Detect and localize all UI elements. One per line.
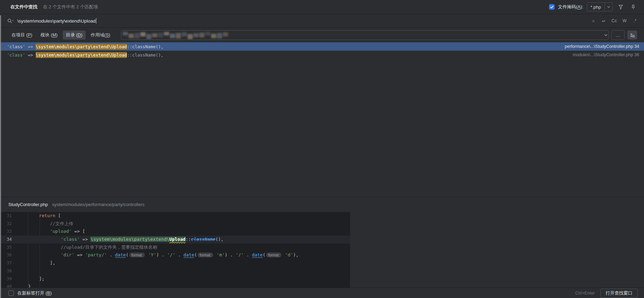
dialog-title: 在文件中查找 — [10, 4, 37, 10]
open-in-new-tab-checkbox[interactable] — [8, 290, 14, 296]
match-count-summary: 在 2 个文件中有 2 个匹配项 — [43, 4, 98, 10]
search-results-list: 'class' => \system\modules\party\extend\… — [0, 42, 644, 59]
line-number: 39 — [0, 275, 16, 283]
code-line[interactable]: 38 — [0, 267, 644, 275]
code-lines: 31 return [32 //文件上传33 'upload' => [34 '… — [0, 212, 644, 288]
code-line[interactable]: 31 return [ — [0, 212, 644, 220]
clear-search-icon[interactable]: × — [591, 18, 596, 24]
background-window-edge — [0, 15, 1, 298]
directory-path-combobox[interactable] — [121, 30, 609, 40]
code-line[interactable]: 40 } — [0, 283, 644, 288]
search-icon[interactable] — [7, 18, 14, 24]
code-line[interactable]: 34 'class' => \system\modules\party\exte… — [0, 236, 350, 244]
file-mask-select[interactable]: *.php — [587, 2, 613, 11]
dialog-footer: 在新标签打开 (B) Ctrl+Enter 打开查找窗口 — [0, 288, 644, 298]
scope-row: 在项目 (P)模块 (M)目录 (D)作用域(S) ... — [0, 28, 644, 42]
file-mask-value: *.php — [587, 5, 604, 10]
line-number: 34 — [0, 236, 16, 244]
preview-filename: StudyController.php — [8, 202, 48, 207]
line-number: 31 — [0, 212, 16, 220]
directory-structure-icon — [630, 33, 635, 38]
line-number: 33 — [0, 228, 16, 236]
code-line[interactable]: 39 ]; — [0, 275, 644, 283]
line-number: 35 — [0, 244, 16, 252]
file-mask-checkbox[interactable] — [549, 4, 555, 10]
redacted-directory-path — [123, 31, 234, 39]
line-number: 37 — [0, 259, 16, 267]
text-caret — [96, 18, 97, 24]
line-number: 40 — [0, 283, 16, 288]
code-line[interactable]: 36 'dir' => 'party/' . date(format: 'Y')… — [0, 251, 644, 259]
match-case-toggle[interactable]: Cc — [611, 18, 617, 23]
search-query-input[interactable]: \system\modules\party\extend\Upload — [17, 18, 96, 24]
code-preview-editor[interactable]: 31 return [32 //文件上传33 'upload' => [34 '… — [0, 212, 644, 288]
regex-toggle[interactable]: .* — [632, 18, 638, 23]
preview-filepath: system/modules/performance/party/control… — [52, 202, 145, 207]
preview-file-header: StudyController.php system/modules/perfo… — [0, 197, 644, 212]
dialog-title-bar: 在文件中查找 在 2 个文件中有 2 个匹配项 文件掩码(A): *.php — [0, 0, 644, 14]
browse-directory-button[interactable]: ... — [611, 30, 625, 40]
whole-words-toggle[interactable]: W — [622, 18, 627, 23]
line-number: 32 — [0, 220, 16, 228]
chevron-down-icon[interactable] — [604, 3, 612, 11]
search-field-row[interactable]: \system\modules\party\extend\Upload × ↵ … — [0, 14, 644, 28]
scope-tab[interactable]: 模块 (M) — [37, 31, 61, 40]
code-line[interactable]: 33 'upload' => [ — [0, 228, 644, 236]
open-in-new-tab-label[interactable]: 在新标签打开 (B) — [17, 290, 52, 296]
pin-icon[interactable] — [629, 2, 638, 11]
line-number: 36 — [0, 251, 16, 259]
scope-tabs: 在项目 (P)模块 (M)目录 (D)作用域(S) — [8, 31, 113, 40]
shortcut-hint: Ctrl+Enter — [575, 291, 595, 296]
checkmark-icon — [550, 5, 554, 9]
code-line[interactable]: 37 ], — [0, 259, 644, 267]
line-number: 38 — [0, 267, 16, 275]
chevron-down-icon[interactable] — [603, 33, 608, 37]
open-in-find-window-button[interactable]: 打开查找窗口 — [600, 289, 638, 298]
scope-tab[interactable]: 目录 (D) — [63, 31, 86, 40]
result-row[interactable]: 'class' => \system\modules\party\extend\… — [0, 42, 644, 51]
find-in-files-dialog: 在文件中查找 在 2 个文件中有 2 个匹配项 文件掩码(A): *.php — [0, 0, 644, 298]
file-mask-label: 文件掩码(A): — [558, 4, 583, 10]
code-line[interactable]: 32 //文件上传 — [0, 220, 644, 228]
scope-tab[interactable]: 作用域(S) — [88, 31, 113, 40]
results-empty-area — [0, 59, 644, 197]
insert-newline-icon[interactable]: ↵ — [601, 18, 607, 24]
code-line[interactable]: 35 //upload/目录下的文件夹，需要指定模块名称 — [0, 244, 644, 252]
filter-icon[interactable] — [616, 2, 625, 11]
directory-structure-toggle[interactable] — [627, 31, 637, 40]
scope-tab[interactable]: 在项目 (P) — [8, 31, 35, 40]
result-row[interactable]: 'class' => \system\modules\party\extend\… — [0, 51, 644, 59]
